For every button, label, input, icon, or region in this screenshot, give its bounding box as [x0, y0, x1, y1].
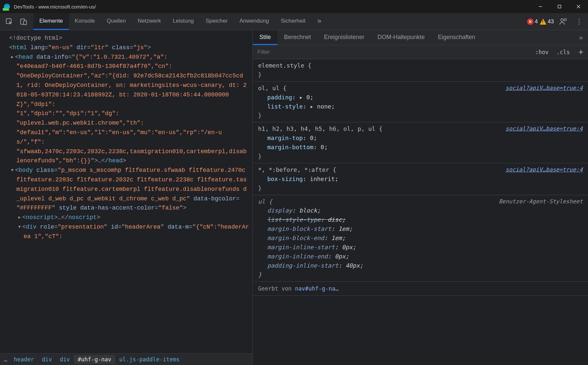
crumb-ul-paddle[interactable]: ul.js-paddle-items — [115, 355, 183, 364]
warning-count: 43 — [548, 18, 554, 25]
styles-tabs: Stile Berechnet Ereignislistener DOM-Hal… — [253, 30, 588, 45]
settings-menu-button[interactable]: ⋮ — [572, 17, 586, 26]
crumb-uhf-g-nav[interactable]: #uhf-g-nav — [74, 355, 115, 364]
styles-panel: Stile Berechnet Ereignislistener DOM-Hal… — [253, 30, 588, 365]
device-toggle-button[interactable] — [17, 15, 30, 28]
svg-rect-6 — [24, 21, 27, 25]
minimize-icon — [538, 5, 542, 9]
close-button[interactable] — [569, 0, 588, 13]
rule-source-link[interactable]: social?apiV…base=true:4 — [506, 165, 583, 174]
styles-tabs-more[interactable]: » — [574, 34, 588, 41]
rule-selector: element.style { — [258, 62, 312, 69]
tab-dom-haltepunkte[interactable]: DOM-Haltepunkte — [371, 30, 431, 45]
person-speech-icon — [559, 18, 567, 26]
tab-speicher[interactable]: Speicher — [200, 13, 233, 30]
tab-elemente[interactable]: Elemente — [33, 13, 69, 30]
minimize-button[interactable] — [531, 0, 550, 13]
crumb-header[interactable]: header — [10, 355, 38, 364]
window-titlebar: STV DevTools - www.microsoft.com/en-us/ — [0, 0, 588, 13]
rule-headings[interactable]: social?apiV…base=true:4 h1, h2, h3, h4, … — [253, 122, 588, 163]
dom-doctype[interactable]: <!doctype html> — [9, 35, 62, 41]
tab-berechnet[interactable]: Berechnet — [277, 30, 317, 45]
svg-point-7 — [561, 19, 563, 21]
rule-ol-ul[interactable]: social?apiV…base=true:4 ol, ul { padding… — [253, 82, 588, 123]
maximize-button[interactable] — [550, 0, 569, 13]
cls-toggle[interactable]: .cls — [553, 49, 574, 55]
dom-breadcrumb: … header div div #uhf-g-nav ul.js-paddle… — [0, 353, 253, 365]
app-icon: STV — [3, 3, 10, 10]
maximize-icon — [558, 5, 561, 9]
dom-tree[interactable]: <!doctype html> <html lang="en-us" dir="… — [0, 30, 253, 353]
tab-ereignislistener[interactable]: Ereignislistener — [317, 30, 371, 45]
tab-konsole[interactable]: Konsole — [69, 13, 101, 30]
tab-stile[interactable]: Stile — [253, 30, 277, 45]
error-icon: ✕ — [527, 18, 534, 25]
inspect-element-button[interactable] — [3, 15, 15, 28]
rule-ul-ua[interactable]: Benutzer-Agent-Stylesheet ul { display: … — [253, 195, 588, 282]
inherited-from-row: Geerbt von nav#uhf-g-na… — [253, 282, 588, 296]
breadcrumb-more[interactable]: … — [1, 356, 10, 363]
rule-universal[interactable]: social?apiV…base=true:4 *, *:before, *:a… — [253, 163, 588, 195]
rule-element-style[interactable]: element.style { } — [253, 59, 588, 82]
tab-netzwerk[interactable]: Netzwerk — [132, 13, 167, 30]
main-tabs: Elemente Konsole Quellen Netzwerk Leistu… — [33, 13, 327, 30]
warning-count-badge[interactable]: 43 — [540, 18, 554, 25]
tab-leistung[interactable]: Leistung — [167, 13, 200, 30]
feedback-button[interactable] — [557, 15, 569, 28]
inspect-icon — [6, 18, 13, 25]
styles-filter-row: :hov .cls + — [253, 45, 588, 59]
close-icon — [577, 5, 580, 9]
rule-source-link[interactable]: social?apiV…base=true:4 — [506, 84, 583, 92]
rule-source-ua: Benutzer-Agent-Stylesheet — [499, 197, 583, 206]
svg-rect-1 — [558, 5, 561, 8]
styles-filter-input[interactable] — [253, 49, 531, 55]
inherited-from-link[interactable]: nav#uhf-g-na… — [295, 285, 339, 292]
error-count: 4 — [535, 18, 538, 25]
tab-sicherheit[interactable]: Sicherheit — [275, 13, 312, 30]
crumb-div2[interactable]: div — [56, 355, 74, 364]
rule-source-link[interactable]: social?apiV…base=true:4 — [506, 124, 583, 133]
dom-panel: <!doctype html> <html lang="en-us" dir="… — [0, 30, 253, 365]
tab-eigenschaften[interactable]: Eigenschaften — [431, 30, 482, 45]
new-style-rule-button[interactable]: + — [574, 47, 588, 57]
error-count-badge[interactable]: ✕ 4 — [527, 18, 538, 25]
window-title: DevTools - www.microsoft.com/en-us/ — [14, 4, 96, 10]
tab-more[interactable]: » — [312, 13, 327, 30]
hov-toggle[interactable]: :hov — [531, 49, 553, 55]
device-icon — [20, 18, 27, 25]
tab-quellen[interactable]: Quellen — [101, 13, 132, 30]
tab-anwendung[interactable]: Anwendung — [233, 13, 275, 30]
main-toolbar: Elemente Konsole Quellen Netzwerk Leistu… — [0, 13, 588, 30]
warning-icon — [540, 19, 546, 25]
crumb-div1[interactable]: div — [38, 355, 56, 364]
css-rules-list: element.style { } social?apiV…base=true:… — [253, 59, 588, 365]
